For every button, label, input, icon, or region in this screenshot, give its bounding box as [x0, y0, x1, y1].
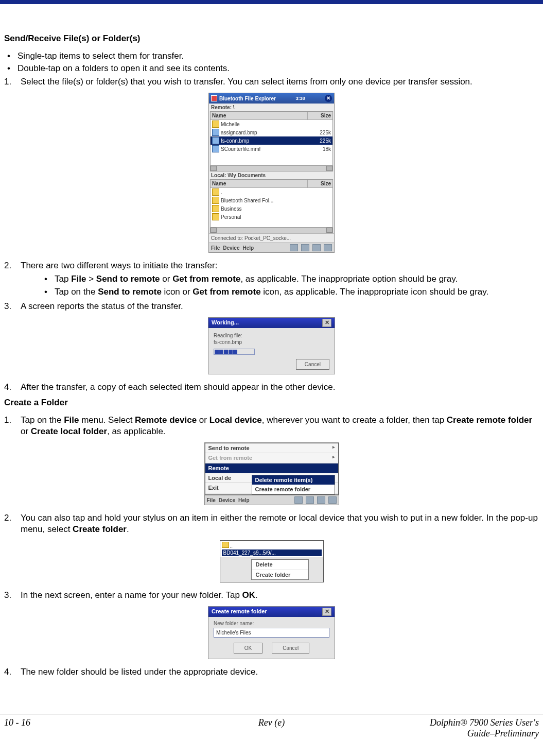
close-icon[interactable]: ✕	[325, 95, 332, 102]
progress-bar	[214, 349, 255, 355]
list-item[interactable]: Bluetooth Shared Fol...	[211, 196, 332, 204]
intro-bullets: Single-tap items to select them for tran…	[4, 50, 539, 74]
cancel-button[interactable]: Cancel	[272, 643, 309, 654]
remote-panel: Name Size Michelle assigncard.bmp225k fs…	[210, 111, 333, 171]
step-text: There are two different ways to initiate…	[21, 261, 217, 270]
dialog-title: Working...	[212, 319, 239, 327]
windows-logo-icon	[211, 95, 217, 101]
menu-help[interactable]: Help	[238, 497, 250, 504]
toolbar-icon[interactable]	[317, 496, 325, 504]
folder-icon	[212, 121, 219, 128]
list-item-selected[interactable]: fs-conn.bmp225k	[211, 136, 332, 145]
keyboard-icon[interactable]	[328, 496, 337, 504]
chevron-right-icon: ▸	[332, 444, 335, 452]
window-title: Bluetooth File Explorer	[219, 95, 276, 102]
list-item-selected[interactable]: BD041_227_s9...5/9/...	[222, 549, 322, 556]
col-size: Size	[308, 112, 332, 119]
toolbar-icon[interactable]	[301, 244, 309, 251]
file-icon	[212, 129, 219, 136]
remote-path-label: Remote: \	[209, 104, 334, 111]
toolbar-icon[interactable]	[294, 496, 303, 504]
section-title-send-receive: Send/Receive File(s) or Folder(s)	[4, 33, 539, 44]
file-icon	[212, 137, 219, 144]
col-name: Name	[211, 180, 308, 187]
keyboard-icon[interactable]	[324, 244, 332, 251]
status-line-1: Reading file:	[214, 332, 329, 339]
popup-menu: Delete Create folder	[251, 559, 309, 580]
submenu-item[interactable]: Create remote folder	[252, 485, 335, 494]
toolbar-icon[interactable]	[306, 496, 314, 504]
folder-icon	[212, 197, 219, 204]
step-3: 3. A screen reports the status of the tr…	[4, 301, 539, 312]
bullet-single-tap: Single-tap items to select them for tran…	[4, 50, 539, 62]
submenu-item[interactable]: Delete remote item(s)	[252, 475, 335, 485]
menu-item-disabled: Get from remote▸	[205, 453, 338, 463]
page-footer: 10 - 16 Rev (e) Dolphin® 7900 Series Use…	[0, 717, 543, 749]
status-text: Connected to: Pocket_PC_socke...	[209, 233, 334, 243]
col-name: Name	[211, 112, 308, 119]
step-cf-3: 3. In the next screen, enter a name for …	[4, 590, 539, 601]
clock-text: 3:38	[296, 96, 305, 102]
folder-icon	[212, 205, 219, 212]
revision: Rev (e)	[182, 717, 360, 739]
list-item[interactable]: Personal	[211, 213, 332, 221]
submenu: Delete remote item(s) Create remote fold…	[252, 475, 335, 495]
status-line-2: fs-conn.bmp	[214, 339, 329, 346]
step-text: Select the file(s) or folder(s) that you…	[21, 77, 472, 87]
step-cf-1: 1. Tap on the File menu. Select Remote d…	[4, 415, 539, 437]
step-text: The new folder should be listed under th…	[21, 667, 258, 677]
cancel-button[interactable]: Cancel	[296, 359, 329, 370]
dialog-title: Create remote folder	[212, 608, 267, 616]
bullet-double-tap: Double-tap on a folders to open it and s…	[4, 63, 539, 74]
screenshot-file-menu: Send to remote▸ Get from remote▸ Remote …	[204, 442, 339, 505]
close-icon[interactable]: ✕	[322, 608, 331, 616]
list-item[interactable]: Michelle	[211, 120, 332, 128]
steps-send-receive: 1. Select the file(s) or folder(s) that …	[4, 76, 539, 88]
substep-a: Tap File > Send to remote or Get from re…	[41, 273, 539, 285]
local-path-label: Local: \My Documents	[209, 171, 334, 179]
step-number: 1.	[4, 76, 17, 88]
popup-item-create-folder[interactable]: Create folder	[252, 570, 308, 579]
ok-button[interactable]: OK	[234, 643, 262, 654]
top-accent-bar	[0, 0, 543, 4]
input-label: New folder name:	[214, 620, 329, 627]
list-item[interactable]: SCounterfile.mmf18k	[211, 145, 332, 153]
toolbar-icon[interactable]	[312, 244, 321, 251]
folder-icon	[212, 188, 219, 196]
section-title-create-folder: Create a Folder	[4, 397, 539, 408]
col-size: Size	[308, 180, 332, 187]
folder-icon	[212, 213, 219, 220]
substep-b: Tap on the Send to remote icon or Get fr…	[41, 286, 539, 298]
page-content: Send/Receive File(s) or Folder(s) Single…	[0, 4, 543, 678]
screenshot-working-dialog: Working... ✕ Reading file: fs-conn.bmp C…	[208, 317, 335, 374]
step-text: A screen reports the status of the trans…	[21, 301, 183, 311]
menu-device[interactable]: Device	[219, 497, 235, 504]
local-panel: Name Size . Bluetooth Shared Fol... Busi…	[210, 179, 333, 233]
toolbar-icon[interactable]	[290, 244, 298, 251]
page-number: 10 - 16	[4, 717, 182, 739]
menu-item-selected[interactable]: Remote	[205, 463, 338, 473]
step-cf-4: 4. The new folder should be listed under…	[4, 666, 539, 678]
screenshot-bluetooth-file-explorer: Bluetooth File Explorer 3:38 ✕ Remote: \…	[208, 93, 335, 253]
menu-help[interactable]: Help	[242, 245, 254, 251]
list-item[interactable]: assigncard.bmp225k	[211, 128, 332, 136]
menu-file[interactable]: File	[211, 245, 220, 251]
file-icon	[212, 145, 219, 152]
folder-name-input[interactable]: Michelle's Files	[214, 628, 329, 638]
step-4: 4. After the transfer, a copy of each se…	[4, 382, 539, 393]
list-item[interactable]: .	[211, 188, 332, 196]
close-icon[interactable]: ✕	[322, 319, 331, 327]
menu-file[interactable]: File	[207, 497, 216, 504]
folder-icon	[222, 542, 229, 548]
popup-item-delete[interactable]: Delete	[252, 560, 308, 569]
menu-device[interactable]: Device	[223, 245, 239, 251]
step-cf-2: 2. You can also tap and hold your stylus…	[4, 512, 539, 535]
screenshot-context-menu: .. BD041_227_s9...5/9/... Delete Create …	[220, 540, 324, 582]
step-2: 2. There are two different ways to initi…	[4, 260, 539, 297]
step-1: 1. Select the file(s) or folder(s) that …	[4, 76, 539, 88]
menu-item[interactable]: Send to remote▸	[205, 443, 338, 453]
footer-rule	[0, 714, 543, 714]
guide-title: Dolphin® 7900 Series User's Guide–Prelim…	[361, 717, 539, 739]
step-text: After the transfer, a copy of each selec…	[21, 382, 335, 392]
list-item[interactable]: Business	[211, 204, 332, 213]
